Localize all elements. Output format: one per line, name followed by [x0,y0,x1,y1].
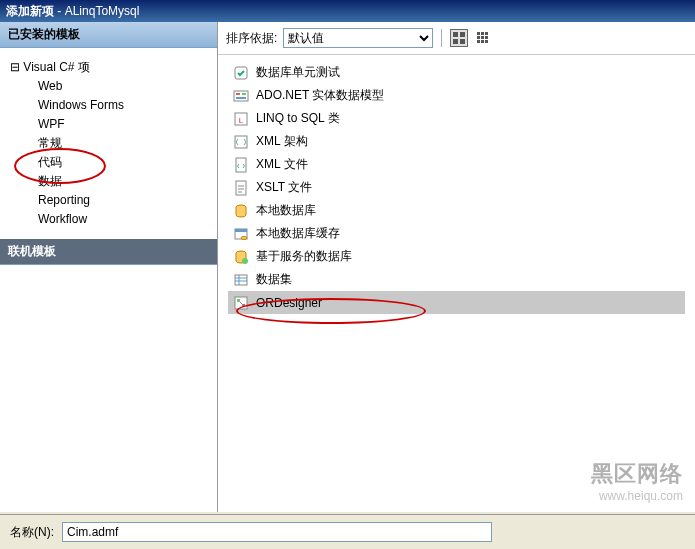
title-sep: - [57,4,64,18]
tree-item-winforms[interactable]: Windows Forms [34,96,211,115]
list-item[interactable]: 本地数据库 [228,199,685,222]
title-project: ALinqToMysql [65,4,140,18]
list-item-label: XML 架构 [256,133,308,150]
collapse-icon: ⊟ [10,60,23,74]
list-item-label: 数据集 [256,271,292,288]
list-item[interactable]: XML 架构 [228,130,685,153]
list-item-label: XSLT 文件 [256,179,312,196]
list-item[interactable]: ORDesigner [228,291,685,314]
grid-small-icon [477,32,489,44]
svg-rect-29 [235,275,247,285]
db-cache-icon [232,226,250,242]
tree-item-wpf[interactable]: WPF [34,115,211,134]
list-item-label: 本地数据库 [256,202,316,219]
list-item-label: ORDesigner [256,296,322,310]
list-item[interactable]: ADO.NET 实体数据模型 [228,84,685,107]
ordesigner-icon [232,295,250,311]
xml-file-icon [232,157,250,173]
svg-rect-25 [235,229,247,232]
template-list: 数据库单元测试ADO.NET 实体数据模型LLINQ to SQL 类XML 架… [218,55,695,512]
view-medium-button[interactable] [450,29,468,47]
svg-rect-15 [236,93,240,95]
tree-item-reporting[interactable]: Reporting [34,191,211,210]
dataset-icon [232,272,250,288]
svg-rect-7 [477,36,480,39]
title-main: 添加新项 [6,4,54,18]
svg-rect-9 [485,36,488,39]
svg-rect-10 [477,40,480,43]
xml-schema-icon [232,134,250,150]
list-item[interactable]: 本地数据库缓存 [228,222,685,245]
tree-item-code[interactable]: 代码 [34,153,211,172]
grid-icon [453,32,465,44]
list-item[interactable]: 基于服务的数据库 [228,245,685,268]
svg-rect-8 [481,36,484,39]
tree-item-web[interactable]: Web [34,77,211,96]
list-item-label: 数据库单元测试 [256,64,340,81]
name-row: 名称(N): [0,514,695,549]
svg-rect-11 [481,40,484,43]
tree-item-data[interactable]: 数据 [34,172,211,191]
list-item-label: XML 文件 [256,156,308,173]
installed-templates-header: 已安装的模板 [0,22,217,48]
svg-rect-17 [236,97,246,99]
svg-rect-31 [237,299,240,302]
svg-rect-20 [235,136,247,148]
svg-rect-5 [481,32,484,35]
list-item-label: ADO.NET 实体数据模型 [256,87,384,104]
svg-rect-22 [236,181,246,195]
svg-rect-14 [234,91,248,101]
list-item[interactable]: XSLT 文件 [228,176,685,199]
linq-sql-icon: L [232,111,250,127]
sort-dropdown[interactable]: 默认值 [283,28,433,48]
list-item[interactable]: LLINQ to SQL 类 [228,107,685,130]
svg-rect-21 [236,158,246,172]
list-item-label: 本地数据库缓存 [256,225,340,242]
svg-rect-16 [242,93,246,95]
category-tree: ⊟ Visual C# 项 Web Windows Forms WPF 常规 代… [0,48,217,239]
xslt-file-icon [232,180,250,196]
tree-root[interactable]: ⊟ Visual C# 项 [6,58,211,77]
db-test-icon [232,65,250,81]
svg-rect-2 [453,39,458,44]
list-item[interactable]: 数据集 [228,268,685,291]
online-templates-header[interactable]: 联机模板 [0,239,217,265]
window-titlebar: 添加新项 - ALinqToMysql [0,0,695,22]
list-item-label: 基于服务的数据库 [256,248,352,265]
svg-rect-6 [485,32,488,35]
local-db-icon [232,203,250,219]
ado-model-icon [232,88,250,104]
toolbar-separator [441,29,442,47]
list-item[interactable]: 数据库单元测试 [228,61,685,84]
toolbar: 排序依据: 默认值 [218,22,695,55]
content-pane: 排序依据: 默认值 数据库单元测试ADO.NET 实体数据模型LLINQ to … [218,22,695,512]
svg-rect-3 [460,39,465,44]
tree-item-workflow[interactable]: Workflow [34,210,211,229]
sort-label: 排序依据: [226,30,277,47]
svg-point-28 [242,258,248,264]
service-db-icon [232,249,250,265]
svg-rect-1 [460,32,465,37]
svg-rect-0 [453,32,458,37]
name-label: 名称(N): [10,524,54,541]
svg-point-26 [241,236,247,239]
svg-rect-12 [485,40,488,43]
list-item[interactable]: XML 文件 [228,153,685,176]
svg-rect-4 [477,32,480,35]
svg-rect-32 [242,304,245,307]
svg-text:L: L [239,116,244,125]
name-input[interactable] [62,522,492,542]
tree-item-general[interactable]: 常规 [34,134,211,153]
list-item-label: LINQ to SQL 类 [256,110,340,127]
view-small-button[interactable] [474,29,492,47]
sidebar: 已安装的模板 ⊟ Visual C# 项 Web Windows Forms W… [0,22,218,512]
